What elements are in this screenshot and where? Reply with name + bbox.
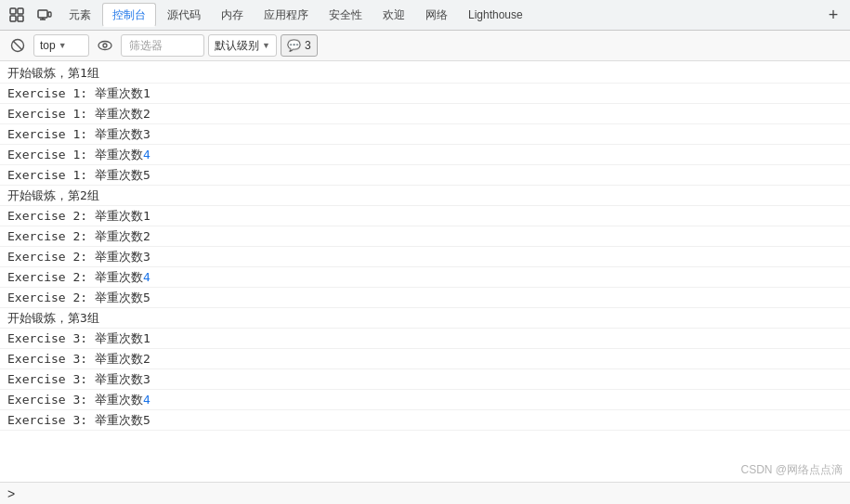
caret-icon: > bbox=[7, 486, 15, 501]
message-icon: 💬 bbox=[287, 39, 301, 52]
message-count-value: 3 bbox=[305, 39, 311, 52]
console-text: 开始锻炼，第3组 bbox=[7, 310, 99, 327]
console-toolbar: top ▼ 筛选器 默认级别 ▼ 💬 3 bbox=[0, 31, 850, 61]
console-line: Exercise 2: 举重次数3 bbox=[0, 247, 850, 267]
tab-welcome[interactable]: 欢迎 bbox=[373, 3, 414, 27]
console-line: Exercise 1: 举重次数3 bbox=[0, 124, 850, 145]
console-line: Exercise 2: 举重次数4 bbox=[0, 267, 850, 288]
console-text-blue: 4 bbox=[143, 148, 150, 162]
console-text: Exercise 3: 举重次数2 bbox=[7, 351, 150, 368]
console-text: Exercise 2: 举重次数5 bbox=[7, 290, 150, 306]
console-text: 开始锻炼，第2组 bbox=[7, 187, 99, 204]
filter-input[interactable]: 筛选器 bbox=[121, 34, 204, 57]
console-text: 开始锻炼，第1组 bbox=[7, 65, 99, 82]
console-text: Exercise 3: 举重次数1 bbox=[7, 330, 150, 347]
console-line: Exercise 3: 举重次数1 bbox=[0, 329, 850, 349]
console-line: 开始锻炼，第2组 bbox=[0, 186, 850, 206]
console-line: Exercise 1: 举重次数1 bbox=[0, 84, 850, 104]
console-text: Exercise 1: 举重次数3 bbox=[7, 126, 150, 143]
console-text: Exercise 1: 举重次数1 bbox=[7, 85, 150, 102]
console-text: Exercise 2: 举重次数2 bbox=[7, 228, 150, 245]
console-text: Exercise 2: 举重次数 bbox=[7, 269, 143, 286]
console-line: 开始锻炼，第3组 bbox=[0, 308, 850, 329]
chevron-down-icon: ▼ bbox=[59, 41, 67, 50]
console-text: Exercise 3: 举重次数 bbox=[7, 392, 143, 408]
svg-rect-0 bbox=[10, 8, 16, 14]
svg-rect-4 bbox=[38, 10, 47, 18]
console-line: Exercise 1: 举重次数2 bbox=[0, 104, 850, 124]
tab-sources[interactable]: 源代码 bbox=[158, 3, 210, 27]
watermark: CSDN @网络点点滴 bbox=[740, 462, 843, 478]
top-nav: 元素 控制台 源代码 内存 应用程序 安全性 欢迎 网络 Lighthouse … bbox=[0, 0, 850, 31]
tab-security[interactable]: 安全性 bbox=[320, 3, 372, 27]
console-text-blue: 4 bbox=[143, 393, 150, 407]
console-text: Exercise 3: 举重次数5 bbox=[7, 412, 150, 429]
console-text: Exercise 1: 举重次数2 bbox=[7, 106, 150, 123]
svg-rect-2 bbox=[10, 16, 16, 21]
console-line: Exercise 2: 举重次数5 bbox=[0, 288, 850, 308]
console-line: Exercise 3: 举重次数5 bbox=[0, 410, 850, 431]
tab-application[interactable]: 应用程序 bbox=[255, 3, 318, 27]
eye-icon[interactable] bbox=[93, 34, 117, 57]
tab-lighthouse[interactable]: Lighthouse bbox=[459, 3, 532, 27]
tab-network[interactable]: 网络 bbox=[416, 3, 457, 27]
console-text: Exercise 1: 举重次数5 bbox=[7, 167, 150, 184]
console-text: Exercise 2: 举重次数1 bbox=[7, 208, 150, 225]
clear-console-button[interactable] bbox=[6, 34, 30, 57]
chevron-down-icon: ▼ bbox=[262, 41, 270, 50]
tab-memory[interactable]: 内存 bbox=[212, 3, 253, 27]
svg-rect-3 bbox=[18, 16, 23, 21]
console-output: 开始锻炼，第1组Exercise 1: 举重次数1Exercise 1: 举重次… bbox=[0, 61, 850, 482]
filter-placeholder: 筛选器 bbox=[129, 38, 163, 54]
level-label: 默认级别 bbox=[215, 38, 259, 54]
inspect-icon[interactable] bbox=[4, 3, 30, 27]
console-line: Exercise 3: 举重次数2 bbox=[0, 349, 850, 369]
tab-console[interactable]: 控制台 bbox=[102, 3, 156, 27]
console-text-blue: 4 bbox=[143, 270, 150, 284]
svg-point-11 bbox=[103, 44, 107, 47]
console-line: Exercise 2: 举重次数1 bbox=[0, 206, 850, 226]
console-text: Exercise 3: 举重次数3 bbox=[7, 371, 150, 388]
status-bar: > bbox=[0, 482, 850, 504]
context-value: top bbox=[40, 39, 56, 52]
console-line: 开始锻炼，第1组 bbox=[0, 63, 850, 84]
tab-elements[interactable]: 元素 bbox=[59, 3, 100, 27]
console-line: Exercise 3: 举重次数4 bbox=[0, 390, 850, 410]
device-icon[interactable] bbox=[32, 3, 58, 27]
console-text: Exercise 1: 举重次数 bbox=[7, 147, 143, 163]
console-line: Exercise 1: 举重次数4 bbox=[0, 145, 850, 165]
svg-point-10 bbox=[98, 42, 111, 50]
svg-line-9 bbox=[13, 41, 22, 50]
log-level-selector[interactable]: 默认级别 ▼ bbox=[208, 34, 277, 57]
svg-rect-1 bbox=[18, 8, 23, 14]
console-line: Exercise 3: 举重次数3 bbox=[0, 369, 850, 390]
message-count-badge[interactable]: 💬 3 bbox=[281, 34, 318, 57]
console-line: Exercise 1: 举重次数5 bbox=[0, 165, 850, 186]
add-tab-button[interactable]: + bbox=[820, 3, 846, 27]
console-line: Exercise 2: 举重次数2 bbox=[0, 226, 850, 247]
context-selector[interactable]: top ▼ bbox=[33, 34, 89, 57]
svg-rect-5 bbox=[48, 12, 51, 17]
console-text: Exercise 2: 举重次数3 bbox=[7, 249, 150, 265]
